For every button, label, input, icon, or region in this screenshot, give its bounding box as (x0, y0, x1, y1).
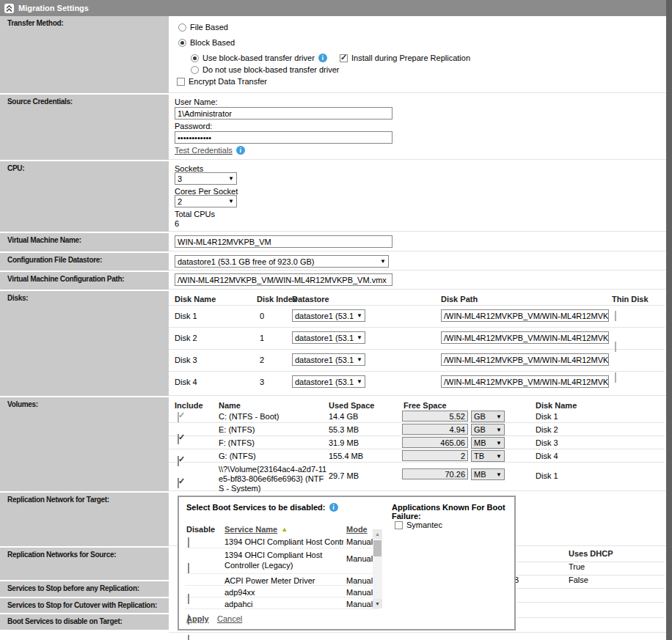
encrypt-checkbox[interactable]: Encrypt Data Transfer (177, 77, 267, 86)
disk-row: Disk 2 1 datastore1 (53.1 GB free of 923… (169, 300, 666, 309)
used-space-header: Used Space (329, 401, 374, 410)
free-space-unit-select[interactable]: MB▼ (471, 468, 505, 480)
boot-services-dialog: Select Boot Services to be disabled: i D… (178, 496, 516, 630)
total-cpus-value: 6 (175, 219, 179, 228)
service-name: adp94xx (224, 588, 343, 597)
disk-index: 3 (260, 378, 264, 386)
disk-name: Disk 1 (175, 312, 197, 320)
include-checkbox[interactable] (178, 456, 179, 466)
include-checkbox[interactable] (178, 478, 179, 488)
vm-config-path-input[interactable]: /WIN-ML4R12MVKPB_VM/WIN-ML4R12MVKPB_VM.v… (175, 273, 392, 286)
used-space: 155.4 MB (329, 452, 363, 460)
vm-name-input[interactable]: WIN-ML4R12MVKPB_VM (175, 235, 392, 248)
chevron-down-icon: ▼ (357, 312, 362, 319)
service-list-scrollbar[interactable]: ▲ ▼ (373, 529, 382, 608)
disk-path-header: Disk Path (441, 295, 478, 304)
disk-name: Disk 4 (175, 378, 197, 386)
config-datastore-select[interactable]: datastore1 (53.1 GB free of 923.0 GB)▼ (175, 255, 389, 268)
disk-datastore-header: Datastore (292, 295, 329, 304)
disk-datastore-select[interactable]: datastore1 (53.1 GB free of 923.0 GB)▼ (292, 331, 365, 344)
radio-icon[interactable] (191, 54, 199, 62)
scrollbar-thumb[interactable] (373, 540, 381, 556)
thin-disk-checkbox[interactable] (615, 342, 616, 352)
chevron-down-icon: ▼ (228, 198, 234, 205)
chevron-down-icon: ▼ (496, 453, 502, 460)
scroll-up-icon[interactable]: ▲ (373, 529, 382, 539)
info-icon[interactable]: i (329, 503, 338, 512)
disk-path-input[interactable]: /WIN-ML4R12MVKPB_VM/WIN-ML4R12MVK (441, 353, 609, 366)
volume-name: \\?\Volume{23164ac4-a2d7-11e5-bf83-806e6… (219, 465, 329, 493)
checkbox-icon[interactable] (395, 521, 403, 529)
free-space-unit-select[interactable]: TB▼ (471, 450, 505, 462)
panel-right-edge (666, 0, 672, 640)
chevron-down-icon: ▼ (496, 471, 502, 478)
disk-name: Disk 2 (175, 334, 197, 342)
disable-checkbox[interactable] (188, 563, 189, 573)
info-icon[interactable]: i (236, 146, 245, 155)
disable-checkbox[interactable] (188, 635, 189, 640)
info-icon[interactable]: i (318, 54, 327, 62)
checkbox-icon[interactable] (177, 78, 185, 86)
mode-column-header[interactable]: Mode (346, 525, 368, 534)
install-during-prepare-checkbox[interactable]: Install during Prepare Replication (340, 54, 470, 62)
cancel-link[interactable]: Cancel (217, 614, 242, 623)
free-space-input[interactable]: 5.52 (402, 411, 468, 422)
password-input[interactable]: •••••••••••• (175, 131, 392, 144)
disk-datastore-select[interactable]: datastore1 (53.1 GB free of 923.0 GB)▼ (292, 309, 365, 322)
volumes-label: Volumes: (0, 397, 169, 491)
volume-name: F: (NTFS) (219, 438, 255, 447)
symantec-checkbox[interactable]: Symantec (395, 521, 442, 529)
use-block-driver-radio[interactable]: Use block-based transfer driver i (191, 54, 327, 62)
config-datastore-label: Configuration File Datastore: (0, 253, 169, 271)
volume-name: C: (NTFS - Boot) (219, 412, 280, 421)
include-checkbox[interactable] (178, 434, 179, 444)
chevron-down-icon: ▼ (357, 356, 362, 363)
thin-disk-checkbox[interactable] (615, 311, 616, 321)
source-credentials-label: Source Credentials: (0, 95, 169, 160)
radio-icon[interactable] (178, 39, 186, 47)
checkbox-icon[interactable] (340, 54, 348, 62)
use-block-driver-label: Use block-based transfer driver (202, 54, 315, 62)
panel-titlebar: Migration Settings (0, 0, 666, 16)
free-space-unit-select[interactable]: GB▼ (471, 411, 505, 422)
free-space-input[interactable]: 465.06 (402, 437, 468, 448)
disk-path-input[interactable]: /WIN-ML4R12MVKPB_VM/WIN-ML4R12MVK (441, 375, 609, 388)
free-space-unit-select[interactable]: MB▼ (471, 437, 505, 449)
radio-icon[interactable] (191, 66, 199, 74)
service-mode: Manual (346, 576, 373, 585)
service-name: 1394 OHCI Compliant Host Controller (Leg… (224, 550, 340, 570)
thin-disk-checkbox[interactable] (615, 372, 616, 383)
radio-icon[interactable] (178, 23, 186, 32)
disk-datastore-select[interactable]: datastore1 (53.1 GB free of 923.0 GB)▼ (292, 375, 365, 388)
free-space-input[interactable]: 70.26 (402, 468, 468, 479)
block-based-radio[interactable]: Block Based (178, 38, 235, 47)
disk-datastore-select[interactable]: datastore1 (53.1 GB free of 923.0 GB)▼ (292, 353, 365, 366)
chevron-down-icon: ▼ (496, 413, 502, 420)
test-credentials-link[interactable]: Test Credentials (175, 146, 233, 155)
disk-index: 1 (260, 334, 264, 342)
free-space-input[interactable]: 4.94 (402, 424, 468, 435)
file-based-radio[interactable]: File Based (178, 23, 228, 32)
cores-per-socket-select[interactable]: 2▼ (175, 195, 237, 207)
username-input[interactable]: 1\Administrator (175, 107, 392, 119)
scroll-down-icon[interactable]: ▼ (373, 599, 382, 608)
disable-checkbox[interactable] (188, 537, 189, 548)
disable-checkbox[interactable] (188, 594, 189, 604)
free-space-unit-select[interactable]: GB▼ (471, 424, 505, 435)
used-space: 29.7 MB (329, 471, 359, 480)
sockets-select[interactable]: 3▼ (175, 172, 237, 185)
apply-link[interactable]: Apply (186, 614, 209, 623)
service-name-column-header[interactable]: Service Name (224, 525, 277, 534)
volume-disk-name: Disk 2 (536, 425, 558, 434)
symantec-label: Symantec (406, 521, 442, 529)
free-space-input[interactable]: 2 (402, 450, 468, 461)
disk-index: 2 (260, 356, 264, 364)
volume-disk-name: Disk 1 (536, 412, 558, 421)
include-checkbox[interactable] (178, 412, 179, 422)
uses-dhcp-header: Uses DHCP (569, 549, 613, 558)
no-block-driver-radio[interactable]: Do not use block-based transfer driver (191, 65, 339, 74)
collapse-icon[interactable] (4, 4, 14, 13)
used-space: 31.9 MB (329, 438, 359, 447)
disk-path-input[interactable]: /WIN-ML4R12MVKPB_VM/WIN-ML4R12MVK (441, 331, 609, 344)
disk-path-input[interactable]: /WIN-ML4R12MVKPB_VM/WIN-ML4R12MVK (441, 309, 609, 322)
